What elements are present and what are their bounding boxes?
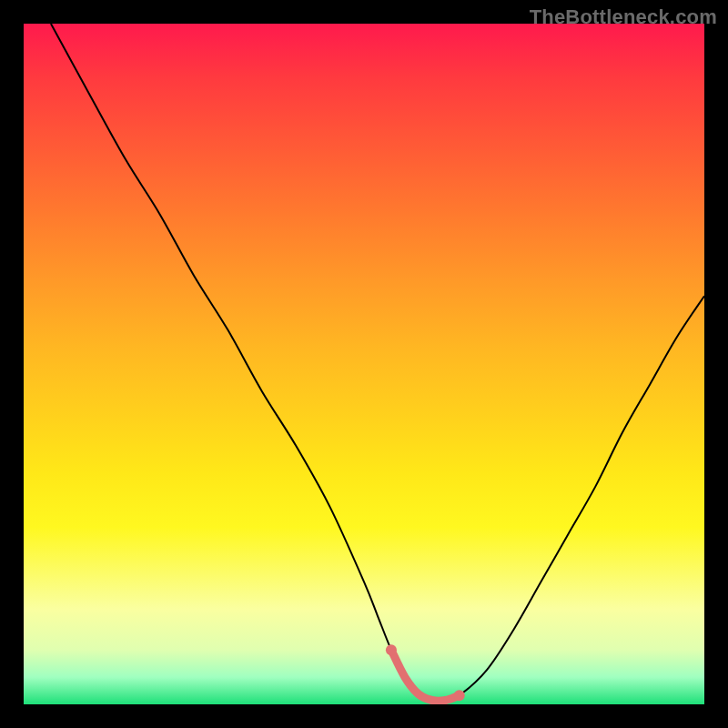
bottleneck-curve (51, 24, 704, 701)
chart-container: TheBottleneck.com (0, 0, 728, 728)
plot-area (24, 24, 704, 704)
curve-svg (24, 24, 704, 704)
highlight-dot-left (386, 644, 397, 655)
highlight-dot-right (454, 690, 465, 701)
bottom-highlight (391, 650, 460, 701)
watermark-text: TheBottleneck.com (530, 5, 717, 29)
